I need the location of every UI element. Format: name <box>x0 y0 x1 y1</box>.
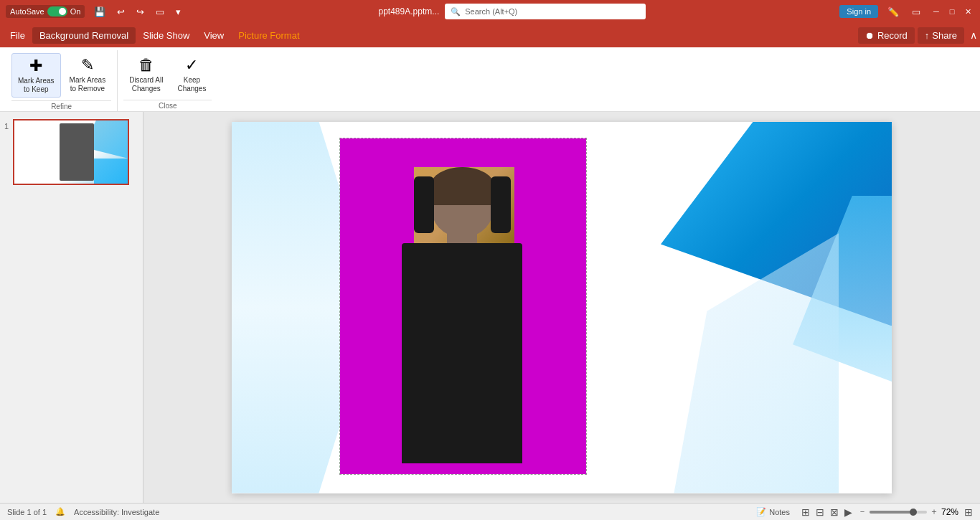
menu-picture-format[interactable]: Picture Format <box>231 27 306 44</box>
zoom-slider[interactable] <box>870 511 927 514</box>
notes-button[interactable]: 📝 Notes <box>750 506 796 518</box>
notes-icon: 🔔 <box>55 507 65 516</box>
close-button[interactable]: ✕ <box>961 5 974 18</box>
minimize-button[interactable]: ─ <box>930 5 943 18</box>
record-label: Record <box>877 30 908 41</box>
redo-icon[interactable]: ↪ <box>133 5 148 19</box>
headphone-right <box>491 176 511 233</box>
ribbon-group-close-content: 🗑 Discard AllChanges ✓ KeepChanges <box>123 50 212 100</box>
window-controls: ─ □ ✕ <box>930 5 974 18</box>
fit-slide-icon[interactable]: ⊞ <box>964 506 973 518</box>
keep-icon: ✓ <box>185 56 198 75</box>
feedback-icon[interactable]: ✏️ <box>884 5 903 19</box>
slide-thumbnail[interactable] <box>13 119 129 185</box>
view-normal-icon[interactable]: ⊞ <box>801 506 810 518</box>
mark-areas-remove-button[interactable]: ✎ Mark Areasto Remove <box>64 53 112 96</box>
view-presenter-icon[interactable]: ▶ <box>844 506 852 518</box>
title-bar-center: ppt489A.pptm... 🔍 Search (Alt+Q) <box>184 4 839 19</box>
zoom-out-icon[interactable]: － <box>858 506 867 518</box>
menu-view[interactable]: View <box>197 27 231 44</box>
headphone-left <box>414 176 434 233</box>
filename: ppt489A.pptm... <box>379 6 440 16</box>
share-icon: ↑ <box>925 30 930 41</box>
present-icon[interactable]: ▭ <box>152 5 168 19</box>
title-bar-icons: 💾 ↩ ↪ ▭ ▾ <box>90 5 184 19</box>
view-reading-icon[interactable]: ⊠ <box>830 506 839 518</box>
notes-label: Notes <box>769 508 790 516</box>
person-body <box>402 243 522 464</box>
zoom-controls: － ＋ 72% <box>858 506 958 518</box>
share-label: Share <box>932 30 957 41</box>
autosave-toggle[interactable] <box>47 6 67 16</box>
mark-keep-label: Mark Areasto Keep <box>18 77 55 94</box>
ribbon-group-refine: ✚ Mark Areasto Keep ✎ Mark Areasto Remov… <box>6 50 118 111</box>
title-bar: AutoSave On 💾 ↩ ↪ ▭ ▾ ppt489A.pptm... 🔍 … <box>0 0 980 23</box>
customize-icon[interactable]: ▾ <box>172 5 184 19</box>
slide-panel: 1 <box>0 112 143 503</box>
autosave-label: AutoSave <box>10 7 44 16</box>
title-bar-right: Sign in ✏️ ▭ ─ □ ✕ <box>839 5 974 19</box>
notes-icon-bar: 📝 <box>756 507 766 516</box>
magenta-top-strip <box>377 148 544 167</box>
slide-thumb-container: 1 <box>4 119 138 185</box>
keep-label: KeepChanges <box>177 76 206 93</box>
accessibility-label[interactable]: Accessibility: Investigate <box>74 508 159 516</box>
slide-image-container[interactable] <box>339 138 587 475</box>
main-area: 1 <box>0 112 980 503</box>
share-button[interactable]: ↑ Share <box>918 27 964 44</box>
search-icon: 🔍 <box>451 7 461 16</box>
status-right: 📝 Notes ⊞ ⊟ ⊠ ▶ － ＋ 72% ⊞ <box>750 506 973 518</box>
slide-thumb-bg <box>14 120 128 184</box>
view-slide-sorter-icon[interactable]: ⊟ <box>816 506 824 518</box>
title-bar-left: AutoSave On 💾 ↩ ↪ ▭ ▾ <box>6 5 184 19</box>
search-bar[interactable]: 🔍 Search (Alt+Q) <box>445 4 646 19</box>
record-button[interactable]: ⏺ Record <box>858 27 915 44</box>
status-bar: Slide 1 of 1 🔔 Accessibility: Investigat… <box>0 503 980 520</box>
slide-canvas <box>232 122 892 493</box>
person-hair <box>430 167 494 205</box>
search-placeholder: Search (Alt+Q) <box>465 7 517 16</box>
discard-label: Discard AllChanges <box>129 76 163 93</box>
ribbon-collapse-icon[interactable]: ∧ <box>970 29 977 41</box>
record-icon: ⏺ <box>865 30 875 41</box>
ribbon-group-close: 🗑 Discard AllChanges ✓ KeepChanges Close <box>118 50 217 111</box>
menu-background-removal[interactable]: Background Removal <box>32 27 136 44</box>
mark-remove-label: Mark Areasto Remove <box>70 76 106 93</box>
mark-areas-keep-button[interactable]: ✚ Mark Areasto Keep <box>11 53 61 98</box>
menu-file[interactable]: File <box>3 27 32 44</box>
autosave-badge[interactable]: AutoSave On <box>6 5 85 18</box>
refine-group-label: Refine <box>11 100 111 112</box>
restore-button[interactable]: □ <box>946 5 958 18</box>
discard-changes-button[interactable]: 🗑 Discard AllChanges <box>123 53 169 96</box>
menu-bar: File Background Removal Slide Show View … <box>0 23 980 47</box>
ribbon: ✚ Mark Areasto Keep ✎ Mark Areasto Remov… <box>0 47 980 112</box>
undo-icon[interactable]: ↩ <box>113 5 128 19</box>
menu-slide-show[interactable]: Slide Show <box>136 27 197 44</box>
slide-number: 1 <box>4 122 9 131</box>
zoom-slider-thumb <box>910 509 917 516</box>
zoom-slider-fill <box>870 511 911 514</box>
mark-keep-icon: ✚ <box>29 57 42 75</box>
mark-remove-icon: ✎ <box>81 56 94 75</box>
zoom-percent[interactable]: 72% <box>941 507 958 517</box>
autosave-state: On <box>70 7 81 16</box>
person-keep-area <box>377 148 544 464</box>
slide-thumb-figure <box>60 123 93 180</box>
discard-icon: 🗑 <box>138 56 154 75</box>
slide-thumb-deco2 <box>94 159 128 184</box>
slide-image-inner <box>340 138 586 474</box>
ribbon-group-refine-content: ✚ Mark Areasto Keep ✎ Mark Areasto Remov… <box>11 50 111 100</box>
canvas-area <box>143 112 980 503</box>
ribbon-toggle-icon[interactable]: ▭ <box>908 5 924 19</box>
close-group-label: Close <box>123 100 212 111</box>
status-left: Slide 1 of 1 🔔 Accessibility: Investigat… <box>7 507 159 516</box>
keep-changes-button[interactable]: ✓ KeepChanges <box>171 53 212 96</box>
slide-info: Slide 1 of 1 <box>7 508 47 516</box>
signin-button[interactable]: Sign in <box>839 5 878 18</box>
save-icon[interactable]: 💾 <box>90 5 109 19</box>
zoom-in-icon[interactable]: ＋ <box>930 506 938 518</box>
